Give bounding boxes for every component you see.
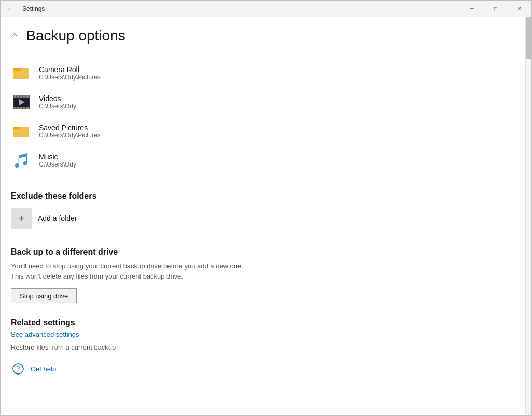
titlebar-left: ← Settings	[7, 4, 45, 13]
videos-icon	[11, 92, 32, 113]
svg-rect-6	[20, 95, 22, 98]
music-icon	[11, 150, 32, 171]
titlebar-controls: ─ □ ✕	[460, 1, 531, 17]
folder-path: C:\Users\Ody	[39, 103, 76, 110]
help-icon: ?	[11, 362, 25, 376]
content-area: ⌂ Backup options Camera Roll	[1, 17, 531, 415]
get-help-link[interactable]: Get help	[31, 365, 56, 373]
svg-rect-9	[14, 107, 16, 109]
get-help-section: ? Get help	[11, 362, 505, 376]
scrollbar-thumb[interactable]	[526, 17, 531, 59]
stop-using-drive-button[interactable]: Stop using drive	[11, 288, 77, 303]
backup-drive-title: Back up to a different drive	[11, 247, 505, 257]
videos-info: Videos C:\Users\Ody	[39, 94, 76, 110]
svg-rect-10	[17, 107, 19, 109]
close-button[interactable]: ✕	[508, 1, 531, 17]
minimize-button[interactable]: ─	[460, 1, 484, 17]
maximize-button[interactable]: □	[484, 1, 508, 17]
folder-name: Videos	[39, 94, 76, 103]
main-content: ⌂ Backup options Camera Roll	[1, 17, 525, 415]
advanced-settings-link[interactable]: See advanced settings	[11, 330, 505, 338]
add-folder-label: Add a folder	[38, 214, 77, 223]
back-button[interactable]: ←	[7, 4, 15, 13]
music-info: Music C:\Users\Ody	[39, 152, 76, 168]
folder-name: Camera Roll	[39, 65, 101, 74]
saved-pictures-info: Saved Pictures C:\Users\Ody\Pictures	[39, 123, 101, 139]
scrollbar[interactable]	[525, 17, 531, 415]
list-item: Camera Roll C:\Users\Ody\Pictures	[11, 59, 505, 88]
home-icon[interactable]: ⌂	[11, 29, 18, 43]
list-item: Music C:\Users\Ody	[11, 146, 505, 175]
list-item: Saved Pictures C:\Users\Ody\Pictures	[11, 117, 505, 146]
svg-rect-7	[23, 95, 25, 98]
folder-path: C:\Users\Ody\Pictures	[39, 74, 101, 81]
svg-rect-12	[23, 107, 25, 109]
folder-list: Camera Roll C:\Users\Ody\Pictures	[11, 59, 505, 175]
exclude-title: Exclude these folders	[11, 191, 505, 201]
related-settings-section: Related settings See advanced settings R…	[11, 318, 505, 351]
camera-roll-icon	[11, 63, 32, 84]
backup-drive-desc: You'll need to stop using your current b…	[11, 261, 244, 281]
svg-rect-5	[17, 95, 19, 98]
page-title: Backup options	[26, 27, 125, 44]
titlebar: ← Settings ─ □ ✕	[1, 1, 531, 17]
add-folder-button[interactable]: + Add a folder	[11, 208, 505, 229]
related-settings-title: Related settings	[11, 318, 505, 327]
titlebar-title: Settings	[22, 5, 45, 12]
svg-rect-8	[26, 95, 29, 98]
svg-rect-11	[20, 107, 22, 109]
svg-text:?: ?	[17, 365, 20, 373]
restore-files-link[interactable]: Restore files from a current backup	[11, 343, 505, 351]
svg-rect-13	[26, 107, 29, 109]
svg-rect-4	[14, 95, 16, 98]
exclude-section: Exclude these folders + Add a folder	[11, 191, 505, 229]
settings-window: ← Settings ─ □ ✕ ⌂ Backup options	[0, 0, 532, 416]
folder-name: Saved Pictures	[39, 123, 101, 132]
backup-drive-section: Back up to a different drive You'll need…	[11, 247, 505, 303]
camera-roll-info: Camera Roll C:\Users\Ody\Pictures	[39, 65, 101, 81]
add-folder-icon: +	[11, 208, 32, 229]
page-header: ⌂ Backup options	[11, 27, 505, 44]
folder-path: C:\Users\Ody\Pictures	[39, 132, 101, 139]
saved-pictures-icon	[11, 121, 32, 142]
folder-name: Music	[39, 152, 76, 161]
folder-path: C:\Users\Ody	[39, 161, 76, 168]
list-item: Videos C:\Users\Ody	[11, 88, 505, 117]
